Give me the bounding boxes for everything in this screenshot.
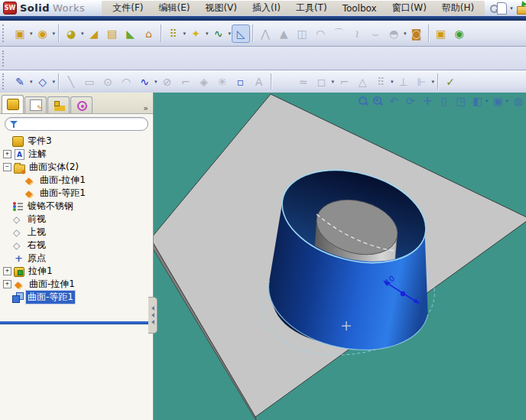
tree-item-label[interactable]: 前视 [26,213,47,226]
menu-item[interactable]: Toolbox [335,3,385,14]
menu-item[interactable]: 视图(V) [197,2,245,15]
extruded-surface-button[interactable]: ▣ [432,24,450,43]
centerpoint-arc-button[interactable]: ◠ [117,73,135,91]
dropdown-caret[interactable]: ▾ [229,31,232,37]
toolbar-grip[interactable] [2,24,7,42]
loft-button[interactable]: ≀ [348,24,366,43]
dropdown-caret[interactable]: ▾ [183,31,187,37]
drag-handle[interactable] [401,291,405,296]
menu-item[interactable]: 工具(T) [288,2,335,15]
tree-filter[interactable] [5,117,148,131]
dropdown-caret[interactable]: ▾ [505,98,508,104]
sketch-fillet-button[interactable]: ⌐ [177,73,195,91]
smart-dimension-button[interactable]: ◇ [34,73,52,91]
sketch-text-button[interactable]: A [250,73,268,91]
dome-button[interactable]: ◓ [385,24,403,43]
sketch-warning-button[interactable]: △ [353,73,372,91]
revolve-boss-button[interactable]: ◉ [34,24,52,43]
new-document-icon[interactable] [494,2,509,15]
filter-input[interactable] [21,119,143,129]
chamfer-feature-button[interactable]: ◣ [122,24,140,43]
collapse-icon[interactable]: − [3,163,11,171]
toolbar-grip[interactable] [2,73,7,89]
tab-dimxpert[interactable] [70,96,93,113]
dropdown-caret[interactable]: ▾ [391,79,394,85]
draft-button[interactable]: ▲ [274,24,293,43]
mirror-feature-button[interactable]: ◠ [311,24,330,43]
tab-property-manager[interactable] [24,96,47,113]
dropdown-caret[interactable]: ▾ [404,31,407,37]
tree-item-label[interactable]: 曲面-等距1 [38,187,87,200]
boundary-button[interactable]: ⌣ [366,24,385,43]
dropdown-caret[interactable]: ▾ [432,79,435,85]
hole-wizard-button[interactable]: ⌂ [140,24,158,43]
display-style-icon[interactable]: ◧ [471,94,485,108]
sketch-button[interactable]: ✎ [11,73,29,91]
edit-appearance-icon[interactable]: ◍ [511,94,525,108]
hide-show-items-icon[interactable]: ▣ [491,94,505,108]
rotate-view-icon[interactable]: ⟳ [404,94,417,108]
previous-view-icon[interactable]: ↶ [387,94,401,108]
dropdown-caret[interactable]: ▾ [206,31,209,37]
convert-entities-button[interactable]: ▫ [232,73,250,91]
tab-configuration-manager[interactable] [47,96,70,113]
dropdown-caret[interactable]: ▾ [53,31,56,37]
intersect-button[interactable]: ◫ [293,24,311,43]
offset-entities-button[interactable]: ◻ [313,73,331,91]
dropdown-caret[interactable]: ▾ [154,79,157,85]
tree-item-label[interactable]: 零件3 [26,135,54,148]
add-relation-button[interactable]: ⊥ [394,73,413,91]
circle-button[interactable]: ⊙ [99,73,117,91]
panel-tabs-overflow[interactable]: » [140,103,151,113]
dropdown-caret[interactable]: ▾ [485,98,489,104]
fillet-button[interactable]: ◕ [62,24,80,43]
graphics-viewport[interactable]: ↶⟳+▯◳◧▾▣▾◍ [154,93,526,420]
menu-item[interactable]: 帮助(H) [434,2,482,15]
toolbar-grip[interactable] [2,50,7,67]
expand-icon[interactable]: + [3,267,11,275]
tree-item-label[interactable]: 注解 [27,148,48,161]
rectangle-button[interactable]: ▭ [80,73,99,91]
dropdown-caret[interactable]: ▾ [53,79,56,85]
polygon-button[interactable]: ◈ [195,73,213,91]
rollback-bar[interactable] [0,321,153,324]
shell-feature-button[interactable]: ▤ [103,24,122,43]
menu-item[interactable]: 插入(I) [245,2,288,15]
zoom-fit-icon[interactable] [358,96,369,107]
dropdown-caret[interactable]: ▾ [332,79,335,85]
wrap-button[interactable]: ◙ [407,24,426,43]
display-relations-button[interactable]: ⊩ [413,73,431,91]
open-document-icon[interactable] [515,2,526,15]
tree-item-label[interactable]: 右视 [26,239,47,252]
curves-button[interactable]: ∿ [209,24,228,43]
sketch-pattern-button[interactable]: ⠿ [372,73,390,91]
spline-button[interactable]: ∿ [135,73,154,91]
menu-item[interactable]: 窗口(W) [385,2,434,15]
revolved-surface-button[interactable]: ◉ [450,24,469,43]
instant3d-button[interactable]: ◺ [232,24,250,43]
expand-icon[interactable]: + [3,150,11,158]
quick-snaps-button[interactable]: ✓ [441,73,459,91]
dropdown-caret[interactable]: ▾ [30,31,33,37]
tab-feature-manager[interactable] [2,95,24,113]
point-button[interactable]: ✳ [213,73,232,91]
sweep-button[interactable]: ⌒ [330,24,348,43]
tree-item-label[interactable]: 镀铬不锈钢 [26,200,75,213]
view-orientation-icon[interactable]: ◳ [454,94,468,108]
draft-feature-button[interactable]: ◢ [85,24,103,43]
tree-item-label[interactable]: 曲面-拉伸1 [28,278,76,291]
line-button[interactable]: ╲ [62,73,80,91]
dropdown-caret[interactable]: ▾ [510,5,513,11]
jog-line-button[interactable]: ⌐ [335,73,353,91]
tree-item-label[interactable]: 拉伸1 [27,265,54,278]
mirror-entities-button[interactable]: ≈ [294,73,313,91]
menu-item[interactable]: 编辑(E) [151,2,197,15]
tree-item-label[interactable]: 曲面-等距1 [26,291,75,304]
expand-icon[interactable]: + [3,280,11,288]
dropdown-caret[interactable]: ▾ [81,31,84,37]
zoom-area-icon[interactable] [372,96,384,107]
menu-item[interactable]: 文件(F) [105,2,151,15]
tree-item-label[interactable]: 曲面-拉伸1 [38,174,87,187]
dropdown-caret[interactable]: ▾ [30,79,33,85]
section-view-icon[interactable]: ▯ [437,94,451,108]
